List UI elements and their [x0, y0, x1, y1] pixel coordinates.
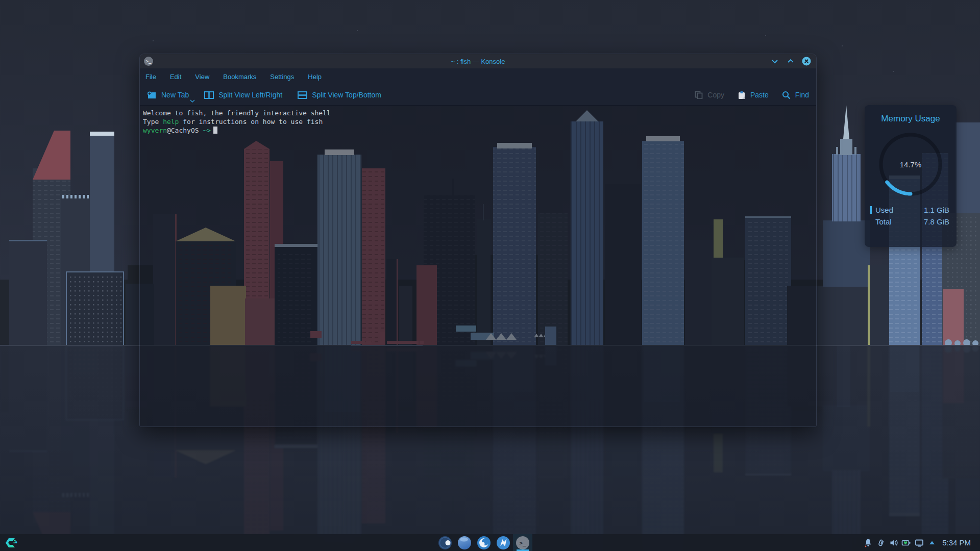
split-view-left-right-button[interactable]: Split View Left/Right — [204, 91, 282, 99]
copy-icon — [695, 91, 703, 99]
close-button[interactable] — [802, 57, 811, 66]
toolbar: New Tab Split View Left/Right Split View… — [140, 85, 816, 106]
menu-bookmarks[interactable]: Bookmarks — [223, 73, 256, 81]
menu-settings[interactable]: Settings — [270, 73, 294, 81]
app-orb-icon — [438, 536, 452, 550]
app-sphere-icon — [457, 536, 472, 550]
pinned-apps: >_ — [435, 534, 532, 551]
tray-expander-button[interactable] — [925, 534, 938, 551]
terminal-cursor — [213, 127, 217, 134]
menubar: File Edit View Bookmarks Settings Help — [140, 68, 816, 85]
memory-total-row: Total 7.8 GiB — [870, 216, 949, 228]
notifications-button[interactable] — [862, 534, 874, 551]
taskbar: >_ — [0, 534, 980, 551]
konsole-window-icon: >_ — [144, 57, 153, 66]
system-tray: 5:34 PM — [862, 534, 980, 551]
pinned-app-orb[interactable] — [435, 534, 455, 551]
konsole-window: >_ ~ : fish — Konsole File Edit View Boo… — [139, 54, 817, 427]
menu-edit[interactable]: Edit — [170, 73, 181, 81]
memory-legend: Used 1.1 GiB Total 7.8 GiB — [865, 204, 957, 228]
notifications-bell-icon — [864, 538, 873, 547]
battery-button[interactable] — [900, 534, 913, 551]
memory-percent: 14.7% — [900, 160, 922, 169]
battery-charging-icon — [901, 538, 911, 547]
terminal-prompt: wyvern@CachyOS ~> — [143, 126, 813, 135]
memory-gauge: 14.7% — [875, 129, 946, 200]
clipboard-button[interactable] — [874, 534, 887, 551]
volume-button[interactable] — [887, 534, 900, 551]
tray-expander-icon — [928, 539, 936, 546]
used-value: 1.1 GiB — [924, 206, 949, 214]
terminal-line: Type help for instructions on how to use… — [143, 117, 813, 126]
display-screen-icon — [915, 538, 924, 547]
close-icon — [802, 57, 811, 66]
memory-used-row: Used 1.1 GiB — [870, 204, 949, 216]
pinned-app-globe[interactable] — [474, 534, 494, 551]
total-label: Total — [875, 217, 892, 226]
pinned-app-sphere[interactable] — [455, 534, 474, 551]
taskbar-konsole-active[interactable]: >_ — [513, 534, 532, 551]
split-view-top-bottom-button[interactable]: Split View Top/Bottom — [298, 91, 381, 99]
display-button[interactable] — [913, 534, 925, 551]
window-title: ~ : fish — Konsole — [140, 58, 816, 65]
menu-file[interactable]: File — [145, 73, 156, 81]
split-left-right-icon — [204, 91, 214, 99]
cachyos-logo-icon — [5, 536, 18, 549]
terminal-line: Welcome to fish, the friendly interactiv… — [143, 109, 813, 117]
memory-usage-widget[interactable]: Memory Usage 14.7% Used 1.1 GiB Total 7.… — [865, 105, 957, 247]
used-label: Used — [875, 206, 893, 214]
audio-volume-icon — [889, 538, 898, 547]
menu-help[interactable]: Help — [308, 73, 322, 81]
search-icon — [782, 91, 791, 99]
paste-button[interactable]: Paste — [738, 91, 769, 99]
chevron-up-icon — [787, 58, 794, 65]
pinned-app-falcon[interactable] — [494, 534, 513, 551]
find-button[interactable]: Find — [782, 91, 809, 99]
split-top-bottom-icon — [298, 91, 307, 99]
total-value: 7.8 GiB — [924, 217, 949, 226]
new-tab-icon — [147, 91, 157, 99]
chevron-down-icon — [190, 99, 195, 103]
menu-view[interactable]: View — [195, 73, 209, 81]
memory-widget-title: Memory Usage — [865, 114, 957, 124]
clipboard-paperclip-icon — [876, 538, 886, 547]
app-falcon-icon — [496, 536, 510, 550]
clock[interactable]: 5:34 PM — [938, 538, 977, 547]
svg-text:>_: >_ — [519, 540, 526, 546]
konsole-terminal-icon: >_ — [516, 536, 530, 550]
maximize-button[interactable] — [786, 57, 795, 66]
used-legend-marker — [870, 206, 872, 214]
app-launcher-button[interactable] — [0, 534, 22, 551]
chevron-down-icon — [771, 58, 778, 65]
paste-icon — [738, 91, 746, 99]
minimize-button[interactable] — [770, 57, 779, 66]
app-globe-swirl-icon — [477, 536, 491, 550]
titlebar[interactable]: >_ ~ : fish — Konsole — [140, 54, 816, 68]
copy-button[interactable]: Copy — [695, 91, 724, 99]
terminal-area[interactable]: Welcome to fish, the friendly interactiv… — [140, 106, 816, 427]
new-tab-button[interactable]: New Tab — [147, 91, 189, 99]
